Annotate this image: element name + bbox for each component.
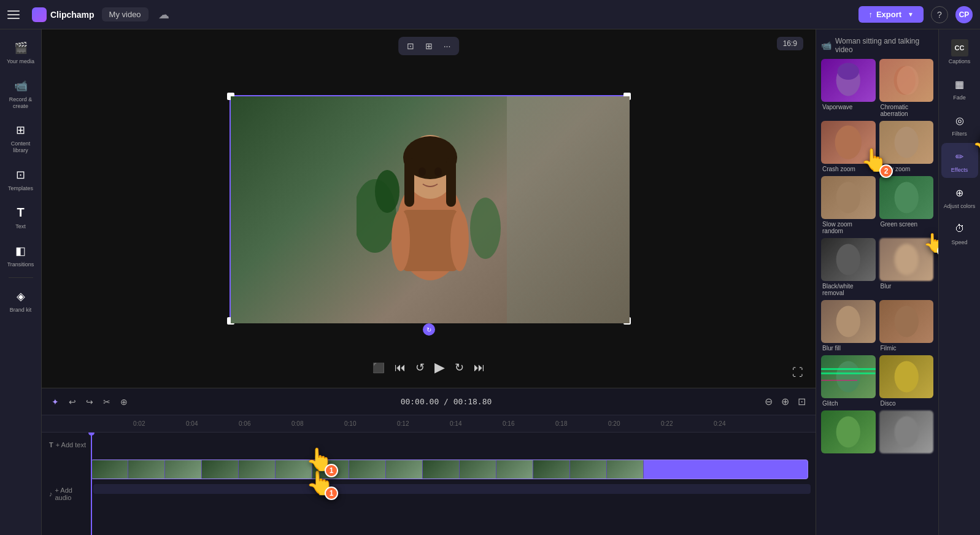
video-title[interactable]: My video	[102, 7, 149, 21]
effect-thumb-bottom2	[879, 410, 934, 453]
effect-label-blackwhite: Black/white removal	[821, 283, 876, 296]
ai-magic-button[interactable]: ✦	[49, 395, 61, 409]
sidebar-item-templates[interactable]: ⊡ Templates	[2, 161, 39, 197]
effect-filmic[interactable]: Filmic	[879, 300, 934, 352]
effect-thumb-crash	[821, 121, 876, 164]
ruler-mark: 0:06	[239, 420, 291, 427]
ruler-mark: 0:20	[608, 420, 661, 427]
cut-button[interactable]: ✂	[101, 395, 113, 409]
effect-label-slow: Slow zoom	[879, 166, 934, 172]
effect-thumb-filmic	[879, 300, 934, 343]
redo-button[interactable]: ↪	[83, 395, 96, 409]
timeline-zoom: ⊖ ⊕ ⊡	[762, 393, 808, 410]
captions-icon: CC	[951, 39, 968, 56]
effects-icon: ✏	[951, 148, 968, 165]
preview-toolbar: ⊡ ⊞ ···	[398, 37, 460, 55]
tool-fade[interactable]: ▦ Fade	[941, 71, 978, 106]
more-options-button[interactable]: ···	[440, 39, 455, 53]
sidebar-label-text: Text	[15, 223, 26, 230]
video-preview[interactable]: ↻	[230, 95, 628, 322]
speed-icon: ⏱	[951, 220, 968, 237]
adjust-colors-label: Adjust colors	[944, 203, 976, 209]
effect-blur-fill[interactable]: Blur fill	[821, 300, 876, 352]
tool-speed[interactable]: ⏱ Speed	[941, 215, 978, 250]
ruler-mark: 0:10	[344, 420, 397, 427]
captions-label: Captions	[949, 58, 971, 64]
rotate-handle[interactable]: ↻	[423, 323, 435, 336]
svg-point-18	[894, 126, 918, 158]
tool-filters[interactable]: ◎ Filters	[941, 107, 978, 142]
forward-button[interactable]: ↻	[455, 361, 464, 374]
effect-slow-zoom[interactable]: Slow zoom	[879, 121, 934, 172]
video-track-bar[interactable]	[91, 460, 808, 479]
skip-forward-button[interactable]: ⏭	[474, 361, 485, 374]
tool-adjust-colors[interactable]: ⊕ Adjust colors	[941, 179, 978, 214]
ruler-mark: 0:08	[291, 420, 344, 427]
add-media-button[interactable]: ⊕	[118, 395, 130, 409]
export-button[interactable]: ↑ Export ▼	[858, 6, 924, 23]
record-create-icon: 📹	[12, 77, 29, 94]
templates-icon: ⊡	[12, 166, 29, 183]
tool-captions[interactable]: CC Captions	[941, 34, 978, 69]
audio-track-content	[91, 484, 808, 504]
text-icon: T	[12, 204, 29, 221]
camera-control[interactable]: ⬛	[372, 362, 385, 374]
effect-thumb-chromatic	[879, 59, 934, 102]
audio-track: ♪ + Add audio	[42, 482, 816, 506]
undo-button[interactable]: ↩	[66, 395, 79, 409]
sidebar-item-content-library[interactable]: ⊞ Content library	[2, 117, 39, 159]
menu-button[interactable]	[7, 6, 25, 23]
sidebar-item-brand-kit[interactable]: ◈ Brand kit	[2, 283, 39, 318]
fullscreen-button[interactable]: ⛶	[792, 366, 803, 379]
effect-black-white[interactable]: Black/white removal	[821, 238, 876, 296]
play-button[interactable]: ▶	[434, 360, 445, 375]
svg-point-11	[419, 167, 426, 176]
ruler-mark: 0:16	[503, 420, 555, 427]
effect-thumb-blurfill	[821, 300, 876, 343]
help-button[interactable]: ?	[931, 6, 948, 23]
tool-effects[interactable]: ✏ Effects 👆 2	[941, 143, 978, 178]
effects-grid: Vaporwave Chromatic aberration	[821, 59, 933, 455]
effect-glitch[interactable]: Glitch	[821, 355, 876, 407]
effect-slow-zoom-random[interactable]: Slow zoom random	[821, 176, 876, 234]
rewind-button[interactable]: ↺	[415, 361, 425, 374]
playhead-line	[91, 433, 92, 535]
video-frame	[231, 96, 630, 323]
sidebar-item-your-media[interactable]: 🎬 Your media	[2, 34, 39, 70]
avatar[interactable]: CP	[955, 6, 973, 23]
video-track-content[interactable]	[91, 460, 808, 479]
main-area: 🎬 Your media 📹 Record & create ⊞ Content…	[0, 29, 980, 535]
effect-disco[interactable]: Disco	[879, 355, 934, 407]
sidebar-item-record-create[interactable]: 📹 Record & create	[2, 72, 39, 115]
effect-bottom2[interactable]	[879, 410, 934, 455]
svg-point-12	[434, 167, 442, 176]
effect-bottom1[interactable]	[821, 410, 876, 455]
sidebar-item-transitions[interactable]: ◧ Transitions	[2, 237, 39, 273]
add-audio-button[interactable]: + Add audio	[55, 487, 87, 501]
add-text-button[interactable]: + Add text	[56, 441, 86, 448]
fit-timeline-button[interactable]: ⊡	[795, 393, 808, 410]
effect-blur[interactable]: Blur 👆 3	[879, 238, 934, 296]
effect-chromatic[interactable]: Chromatic aberration	[879, 59, 934, 117]
zoom-in-button[interactable]: ⊕	[779, 393, 792, 410]
svg-rect-6	[404, 158, 414, 207]
effect-crash-zoom[interactable]: Crash zoom	[821, 121, 876, 172]
effect-vaporwave[interactable]: Vaporwave	[821, 59, 876, 117]
content-library-icon: ⊞	[12, 121, 29, 139]
topbar: Clipchamp My video ☁ ↑ Export ▼ ? CP	[0, 0, 980, 29]
svg-point-23	[836, 306, 860, 337]
svg-point-2	[375, 170, 399, 213]
svg-rect-8	[403, 210, 458, 271]
zoom-out-button[interactable]: ⊖	[762, 393, 775, 410]
audio-track-bar	[93, 484, 811, 494]
fit-button[interactable]: ⊞	[422, 39, 436, 53]
effect-green-screen[interactable]: Green screen	[879, 176, 934, 234]
crop-button[interactable]: ⊡	[403, 39, 418, 53]
svg-point-17	[835, 125, 862, 159]
sidebar-divider	[9, 277, 33, 278]
effect-label-slowrandom: Slow zoom random	[821, 221, 876, 234]
effects-label: Effects	[951, 167, 968, 173]
audio-track-icon: ♪	[49, 490, 53, 498]
skip-back-button[interactable]: ⏮	[395, 361, 406, 374]
sidebar-item-text[interactable]: T Text	[2, 199, 39, 235]
